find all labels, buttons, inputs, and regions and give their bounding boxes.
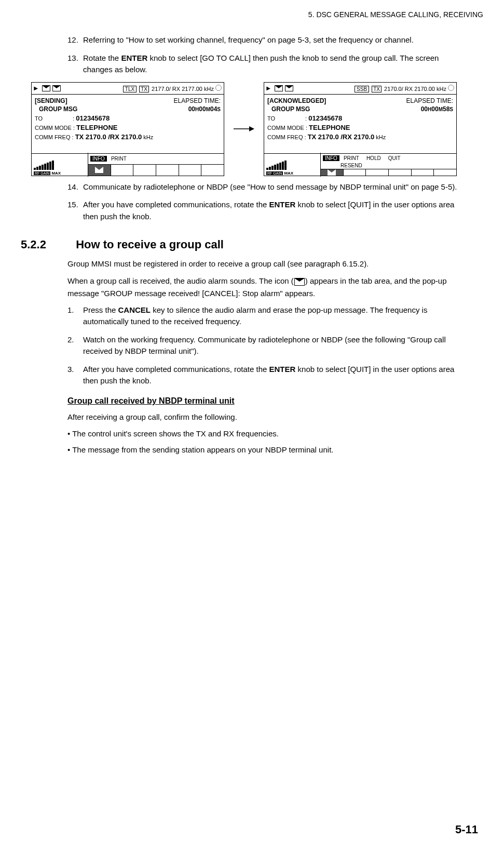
screen-bottom: RF GAIN MAX INFO PRINT [32, 153, 224, 176]
to-label: TO [267, 115, 275, 122]
step-text: Press the CANCEL key to silence the audi… [83, 304, 468, 328]
tx-freq: 2170.0 [384, 86, 402, 92]
section-heading: 5.2.2 How to receive a group call [21, 238, 483, 251]
step-num: 15. [67, 199, 83, 222]
envelope-icon [275, 85, 283, 91]
page-number: 5-11 [455, 823, 478, 836]
signal-block: RF GAIN MAX [32, 153, 88, 177]
text: Rotate the [83, 54, 121, 62]
print-option: PRINT [108, 156, 130, 162]
envelope-icon [42, 85, 50, 91]
elapsed-time: 00H00M04S [188, 105, 221, 114]
rx-label: / RX [169, 86, 180, 92]
paragraph: When a group call is received, the audio… [67, 275, 468, 299]
m: 00 [199, 105, 206, 113]
text: Press the [83, 305, 118, 314]
step-num: 13. [67, 52, 83, 76]
bold-text: ENTER [269, 365, 296, 374]
section-title: How to receive a group call [76, 238, 224, 251]
step-num: 14. [67, 181, 83, 193]
step-text: Watch on the working frequency. Communic… [83, 334, 468, 357]
unit: kHz [204, 86, 214, 92]
comm-mode-label: COMM MODE : [267, 125, 307, 131]
s: 04 [210, 105, 217, 113]
tx-freq: 2177.0 [152, 86, 169, 92]
hold-option: HOLD [363, 155, 384, 161]
tab [133, 165, 156, 176]
speaker-icon [34, 85, 40, 91]
rx-freq: 2177.00 [182, 86, 202, 92]
tab [179, 165, 202, 176]
step-text: After you have completed communications,… [83, 199, 468, 222]
info-badge: INFO [323, 155, 339, 161]
tab [412, 169, 434, 176]
msg-type: GROUP MSG [35, 105, 77, 114]
tab [111, 165, 134, 176]
step-num: 2. [67, 334, 83, 357]
comm-mode-label: COMM MODE : [35, 125, 75, 131]
elapsed-time: 00H00M58S [421, 105, 453, 114]
elapsed-label: ELAPSED TIME: [174, 97, 221, 105]
comm-freq-label: COMM FREQ : [267, 134, 306, 140]
comm-freq-unit: kHz [376, 134, 386, 140]
info-badge: INFO [90, 156, 107, 162]
comm-freq-unit: kHz [143, 134, 153, 140]
status-label: [SENDING] [35, 97, 67, 105]
envelope-icon [95, 167, 103, 173]
to-value: 012345678 [76, 114, 110, 122]
arrow-icon [234, 124, 254, 134]
quit-option: QUIT [385, 155, 404, 161]
to-label: TO [35, 115, 43, 122]
tab [389, 169, 412, 176]
resend-option: RESEND [340, 163, 365, 168]
print-option: PRINT [340, 155, 362, 161]
knob-icon [448, 85, 454, 91]
tab [366, 169, 389, 176]
chapter-header: 5. DSC GENERAL MESSAGE CALLING, RECEIVIN… [21, 10, 483, 19]
status-label: [ACKNOWLEDGED] [267, 97, 326, 105]
tab [434, 169, 456, 176]
screen-sending: TLX TX 2177.0/ RX 2177.00 kHz [SENDING] … [31, 82, 224, 176]
screen-acknowledged: SSB TX 2170.0/ RX 2170.00 kHz [ACKNOWLED… [264, 82, 457, 176]
unit: S [217, 106, 221, 112]
rx-freq: 2170.00 [414, 86, 435, 92]
step-15: 15. After you have completed communicati… [67, 199, 468, 222]
max-label: MAX [284, 171, 293, 176]
screen-body: [ACKNOWLEDGED] ELAPSED TIME: GROUP MSG 0… [264, 95, 456, 153]
bullet-item: The control unit's screen shows the TX a… [67, 428, 468, 440]
screen-topbar: SSB TX 2170.0/ RX 2170.00 kHz [264, 83, 456, 95]
step-num: 1. [67, 304, 83, 328]
step-text: Rotate the ENTER knob to select [GO TO C… [83, 52, 468, 76]
step-1: 1. Press the CANCEL key to silence the a… [67, 304, 468, 328]
tx-badge: TX [372, 86, 382, 92]
bold-text: ENTER [121, 54, 147, 62]
comm-freq-value: TX 2170.0 /RX 2170.0 [308, 133, 375, 141]
comm-mode-value: TELEPHONE [309, 124, 350, 131]
bullet-item: The message from the sending station app… [67, 444, 468, 456]
tx-badge: TX [139, 86, 149, 92]
text: When a group call is received, the audio… [67, 276, 294, 285]
envelope-icon [328, 169, 336, 176]
step-text: Referring to "How to set working channel… [83, 34, 468, 46]
rfgain-badge: RF GAIN [34, 171, 50, 175]
tab [344, 169, 366, 176]
tab [201, 165, 224, 176]
envelope-icon [294, 278, 305, 286]
step-text: After you have completed communications,… [83, 364, 468, 387]
signal-block: RF GAIN MAX [264, 153, 321, 177]
h: 00 [421, 105, 428, 113]
step-text: Communicate by radiotelephone or NBDP (s… [83, 181, 468, 193]
tab-active [88, 165, 111, 176]
step-12: 12. Referring to "How to set working cha… [67, 34, 468, 46]
envelope-icon [52, 85, 61, 91]
step-14: 14. Communicate by radiotelephone or NBD… [67, 181, 468, 193]
s: 58 [443, 105, 449, 113]
max-label: MAX [51, 171, 61, 176]
step-3: 3. After you have completed communicatio… [67, 364, 468, 387]
unit: M [206, 106, 210, 112]
knob-icon [215, 85, 222, 91]
unit: kHz [437, 86, 446, 92]
bold-text: CANCEL [118, 305, 151, 314]
unit: M [439, 106, 443, 112]
m: 00 [431, 105, 438, 113]
